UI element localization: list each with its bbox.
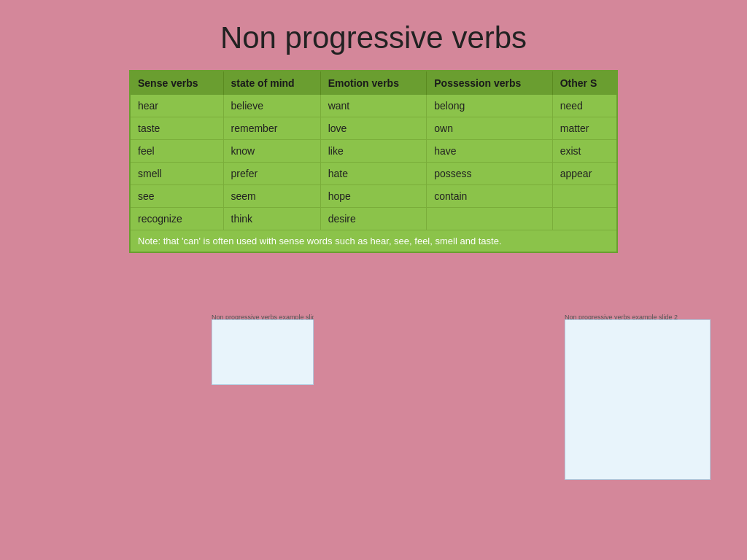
table-row: smellpreferhatepossessappear — [130, 163, 617, 185]
table-cell-5-0: recognize — [130, 208, 223, 230]
table-cell-0-3: belong — [427, 95, 552, 117]
table-cell-5-4 — [552, 208, 617, 230]
table-cell-1-1: remember — [223, 117, 320, 140]
table-cell-0-0: hear — [130, 95, 223, 117]
table-cell-0-2: want — [320, 95, 427, 117]
table-cell-2-0: feel — [130, 140, 223, 163]
verb-table-container: Sense verbsstate of mindEmotion verbsPos… — [129, 70, 618, 253]
table-header-2: Emotion verbs — [320, 71, 427, 95]
table-cell-2-4: exist — [552, 140, 617, 163]
table-header-3: Possession verbs — [427, 71, 552, 95]
table-header-1: state of mind — [223, 71, 320, 95]
table-row: feelknowlikehaveexist — [130, 140, 617, 163]
table-cell-2-2: like — [320, 140, 427, 163]
table-cell-4-3: contain — [427, 185, 552, 208]
thumbnail-right[interactable] — [565, 319, 711, 480]
table-cell-3-3: possess — [427, 163, 552, 185]
table-cell-4-1: seem — [223, 185, 320, 208]
table-cell-3-0: smell — [130, 163, 223, 185]
table-row: tasterememberloveownmatter — [130, 117, 617, 140]
table-row: recognizethinkdesire — [130, 208, 617, 230]
table-row: seeseemhopecontain — [130, 185, 617, 208]
table-cell-5-1: think — [223, 208, 320, 230]
table-cell-4-0: see — [130, 185, 223, 208]
table-cell-0-1: believe — [223, 95, 320, 117]
table-cell-1-4: matter — [552, 117, 617, 140]
table-cell-3-1: prefer — [223, 163, 320, 185]
table-header-0: Sense verbs — [130, 71, 223, 95]
table-cell-4-4 — [552, 185, 617, 208]
note-text: Note: that 'can' is often used with sens… — [130, 230, 617, 253]
table-cell-0-4: need — [552, 95, 617, 117]
table-cell-2-1: know — [223, 140, 320, 163]
note-row: Note: that 'can' is often used with sens… — [130, 230, 617, 253]
table-cell-1-3: own — [427, 117, 552, 140]
table-cell-1-0: taste — [130, 117, 223, 140]
table-cell-4-2: hope — [320, 185, 427, 208]
table-cell-3-4: appear — [552, 163, 617, 185]
page-title: Non progressive verbs — [0, 0, 747, 70]
verb-table: Sense verbsstate of mindEmotion verbsPos… — [129, 70, 618, 253]
table-cell-5-2: desire — [320, 208, 427, 230]
thumbnail-left[interactable] — [212, 319, 314, 385]
table-cell-2-3: have — [427, 140, 552, 163]
table-cell-5-3 — [427, 208, 552, 230]
table-row: hearbelievewantbelongneed — [130, 95, 617, 117]
table-header-row: Sense verbsstate of mindEmotion verbsPos… — [130, 71, 617, 95]
table-cell-3-2: hate — [320, 163, 427, 185]
table-cell-1-2: love — [320, 117, 427, 140]
table-header-4: Other S — [552, 71, 617, 95]
